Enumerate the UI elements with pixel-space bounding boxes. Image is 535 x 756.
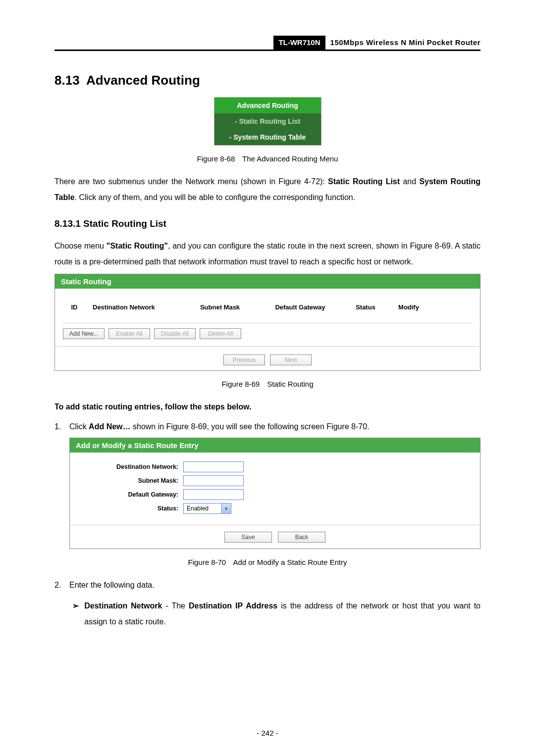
text-bold: Static Routing List — [328, 177, 400, 186]
step-2: 2. Enter the following data. — [54, 577, 481, 593]
figure-8-68-menu: Advanced Routing - Static Routing List -… — [214, 97, 321, 146]
panel-body: ID Destination Network Subnet Mask Defau… — [55, 289, 480, 346]
label-status: Status: — [77, 505, 183, 512]
subsection-number: 8.13.1 — [54, 218, 81, 229]
step-number: 1. — [54, 419, 69, 435]
paragraph-static-routing: Choose menu "Static Routing", and you ca… — [54, 238, 481, 270]
menu-item-system-routing: - System Routing Table — [214, 129, 321, 145]
panel-title-add-entry: Add or Modify a Static Route Entry — [70, 438, 480, 453]
button-row-actions: Add New... Enable All Disable All Delete… — [63, 323, 472, 340]
save-button[interactable]: Save — [224, 532, 272, 543]
page-number: - 242 - — [0, 729, 535, 737]
product-description: 150Mbps Wireless N Mini Pocket Router — [330, 38, 481, 48]
col-destination: Destination Network — [93, 303, 177, 311]
step-text: Click Add New… shown in Figure 8-69, you… — [69, 419, 370, 435]
text: and — [400, 177, 419, 186]
form-row-gateway: Default Gateway: — [77, 489, 473, 500]
menu-header: Advanced Routing — [214, 98, 321, 113]
instructions-heading: To add static routing entries, follow th… — [54, 399, 481, 415]
static-routing-table-header: ID Destination Network Subnet Mask Defau… — [63, 295, 472, 323]
subsection-heading: 8.13.1 Static Routing List — [54, 218, 481, 229]
figure-8-69-caption: Figure 8-69 Static Routing — [54, 380, 481, 388]
menu-item-static-routing: - Static Routing List — [214, 113, 321, 129]
section-title-text: Advanced Routing — [86, 73, 200, 88]
back-button[interactable]: Back — [278, 532, 325, 543]
model-label: TL-WR710N — [273, 36, 325, 50]
col-status: Status — [348, 303, 383, 311]
section-number: 8.13 — [54, 73, 80, 88]
add-new-button[interactable]: Add New... — [63, 328, 105, 339]
col-modify: Modify — [394, 303, 424, 311]
input-mask[interactable] — [183, 475, 244, 486]
document-page: TL-WR710N 150Mbps Wireless N Mini Pocket… — [0, 0, 535, 756]
input-destination[interactable] — [183, 461, 244, 472]
step-number: 2. — [54, 577, 69, 593]
next-button[interactable]: Next — [270, 354, 312, 365]
text-bold: Add New… — [89, 422, 130, 431]
enable-all-button[interactable]: Enable All — [108, 328, 150, 339]
text-bold: Destination IP Address — [189, 602, 277, 610]
previous-button[interactable]: Previous — [223, 354, 265, 365]
col-default-gateway: Default Gateway — [263, 303, 337, 311]
delete-all-button[interactable]: Delete All — [200, 328, 241, 339]
text: shown in Figure 8-69, you will see the f… — [131, 422, 370, 431]
text: Click — [69, 422, 89, 431]
form-row-destination: Destination Network: — [77, 461, 473, 472]
paragraph-intro: There are two submenus under the Network… — [54, 174, 481, 205]
pagination-row: Previous Next — [55, 346, 480, 370]
label-destination: Destination Network: — [77, 463, 183, 470]
chevron-down-icon: ▾ — [221, 504, 231, 513]
step-1: 1. Click Add New… shown in Figure 8-69, … — [54, 419, 481, 435]
bullet-text: Destination Network - The Destination IP… — [84, 598, 481, 630]
label-gateway: Default Gateway: — [77, 491, 183, 498]
form-body: Destination Network: Subnet Mask: Defaul… — [70, 453, 480, 522]
form-row-status: Status: Enabled ▾ — [77, 503, 473, 514]
section-heading: 8.13 Advanced Routing — [54, 73, 481, 88]
select-status[interactable]: Enabled ▾ — [183, 503, 231, 514]
bullet-destination-network: ➢ Destination Network - The Destination … — [54, 598, 481, 630]
label-mask: Subnet Mask: — [77, 477, 183, 484]
figure-8-70-caption: Figure 8-70 Add or Modify a Static Route… — [54, 558, 481, 566]
form-row-mask: Subnet Mask: — [77, 475, 473, 486]
figure-8-70-screenshot: Add or Modify a Static Route Entry Desti… — [69, 438, 481, 549]
col-id: ID — [67, 303, 82, 311]
figure-8-68-caption: Figure 8-68 The Advanced Routing Menu — [54, 154, 481, 163]
text-bold: Destination Network — [84, 602, 162, 610]
subsection-title-text: Static Routing List — [83, 218, 166, 229]
select-status-value: Enabled — [184, 505, 221, 512]
col-subnet-mask: Subnet Mask — [188, 303, 252, 311]
text-bold: "Static Routing" — [107, 242, 168, 250]
figure-8-69-screenshot: Static Routing ID Destination Network Su… — [54, 274, 481, 371]
text: Choose menu — [54, 242, 107, 250]
text: There are two submenus under the Network… — [54, 177, 328, 186]
input-gateway[interactable] — [183, 489, 244, 500]
arrow-icon: ➢ — [72, 598, 84, 630]
step-text: Enter the following data. — [69, 577, 155, 593]
text: . Click any of them, and you will be abl… — [75, 193, 356, 202]
page-header: TL-WR710N 150Mbps Wireless N Mini Pocket… — [54, 35, 481, 51]
text: - The — [162, 602, 188, 610]
form-button-row: Save Back — [70, 526, 480, 549]
panel-title-static-routing: Static Routing — [55, 274, 480, 289]
disable-all-button[interactable]: Disable All — [154, 328, 196, 339]
